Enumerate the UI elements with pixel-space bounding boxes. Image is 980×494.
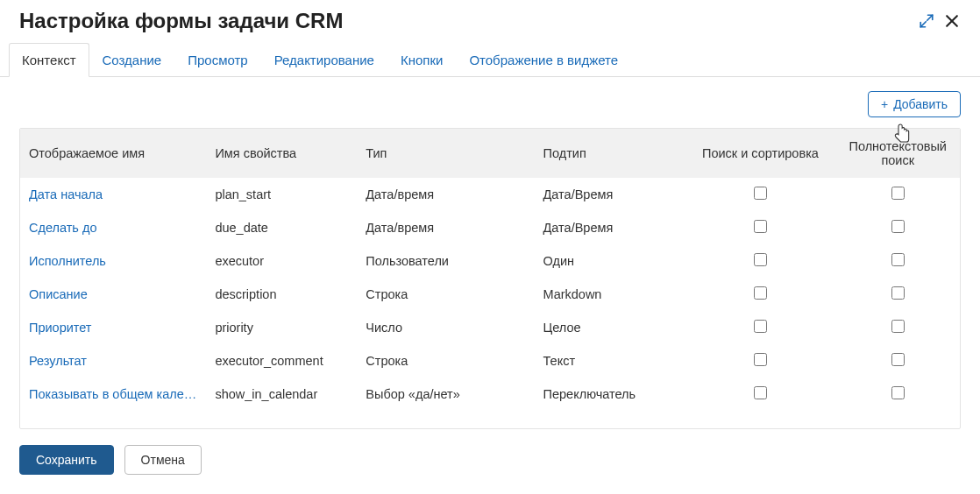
row-subtype: Один — [535, 244, 685, 278]
row-search-cell — [685, 178, 835, 211]
tab-1[interactable]: Создание — [89, 43, 175, 77]
table-row: Дата началаplan_startДата/времяДата/Врем… — [20, 178, 960, 211]
table-row: Результатexecutor_commentСтрокаТекст — [20, 344, 960, 378]
save-button[interactable]: Сохранить — [19, 445, 114, 475]
search-checkbox[interactable] — [754, 320, 767, 333]
fulltext-checkbox[interactable] — [891, 220, 905, 233]
row-display-name[interactable]: Дата начала — [20, 178, 206, 211]
search-checkbox[interactable] — [754, 220, 767, 233]
col-fulltext[interactable]: Полнотекстовый поиск — [835, 129, 960, 178]
search-checkbox[interactable] — [754, 253, 767, 266]
table-row: Сделать доdue_dateДата/времяДата/Время — [20, 211, 960, 244]
row-type: Дата/время — [357, 211, 534, 244]
modal-footer: Сохранить Отмена — [0, 429, 980, 494]
row-search-cell — [685, 211, 835, 244]
fields-table-wrap: Отображаемое имя Имя свойства Тип Подтип… — [19, 128, 961, 429]
col-search[interactable]: Поиск и сортировка — [685, 129, 835, 178]
row-type: Число — [357, 311, 534, 344]
tab-3[interactable]: Редактирование — [261, 43, 387, 77]
tabs: КонтекстСозданиеПросмотрРедактированиеКн… — [0, 33, 980, 77]
fulltext-checkbox[interactable] — [891, 253, 905, 266]
row-fulltext-cell — [835, 378, 960, 411]
row-property-name: priority — [206, 311, 357, 344]
close-icon[interactable] — [943, 12, 961, 30]
modal-header: Настройка формы задачи CRM — [0, 0, 980, 33]
tab-4[interactable]: Кнопки — [387, 43, 456, 77]
row-property-name: executor_comment — [206, 344, 357, 378]
row-display-name[interactable]: Приоритет — [20, 311, 206, 344]
cancel-button[interactable]: Отмена — [124, 445, 202, 475]
header-controls — [919, 12, 961, 30]
row-search-cell — [685, 244, 835, 278]
row-property-name: due_date — [206, 211, 357, 244]
row-search-cell — [685, 311, 835, 344]
row-property-name: description — [206, 278, 357, 311]
row-subtype: Целое — [535, 311, 685, 344]
table-row: ОписаниеdescriptionСтрокаMarkdown — [20, 278, 960, 311]
tab-2[interactable]: Просмотр — [174, 43, 261, 77]
table-row: ПриоритетpriorityЧислоЦелое — [20, 311, 960, 344]
row-property-name: plan_start — [206, 178, 357, 211]
row-display-name[interactable]: Исполнитель — [20, 244, 206, 278]
row-property-name: show_in_calendar — [206, 378, 357, 411]
tab-0[interactable]: Контекст — [9, 43, 89, 77]
content-toolbar: + Добавить — [19, 91, 961, 117]
search-checkbox[interactable] — [754, 353, 767, 366]
row-type: Строка — [357, 278, 534, 311]
search-checkbox[interactable] — [754, 187, 767, 200]
table-header-row: Отображаемое имя Имя свойства Тип Подтип… — [20, 129, 960, 178]
row-display-name[interactable]: Показывать в общем кален... — [20, 378, 206, 411]
row-display-name[interactable]: Описание — [20, 278, 206, 311]
fulltext-checkbox[interactable] — [891, 286, 905, 300]
fulltext-checkbox[interactable] — [891, 353, 905, 366]
search-checkbox[interactable] — [754, 286, 767, 300]
modal-title: Настройка формы задачи CRM — [19, 9, 343, 33]
row-type: Дата/время — [357, 178, 534, 211]
expand-icon[interactable] — [919, 13, 934, 29]
row-type: Пользователи — [357, 244, 534, 278]
add-button[interactable]: + Добавить — [868, 91, 961, 117]
row-subtype: Дата/Время — [535, 178, 685, 211]
fulltext-checkbox[interactable] — [891, 386, 905, 399]
row-search-cell — [685, 278, 835, 311]
fulltext-checkbox[interactable] — [891, 187, 905, 200]
tab-content: + Добавить Отображаемое имя Имя свойства… — [0, 77, 980, 429]
tab-5[interactable]: Отображение в виджете — [456, 43, 631, 77]
col-prop[interactable]: Имя свойства — [206, 129, 357, 178]
fields-table-scroll[interactable]: Отображаемое имя Имя свойства Тип Подтип… — [20, 129, 960, 428]
row-fulltext-cell — [835, 344, 960, 378]
row-type: Выбор «да/нет» — [357, 378, 534, 411]
row-type: Строка — [357, 344, 534, 378]
fields-table: Отображаемое имя Имя свойства Тип Подтип… — [20, 129, 960, 411]
row-search-cell — [685, 378, 835, 411]
row-subtype: Переключатель — [535, 378, 685, 411]
row-fulltext-cell — [835, 244, 960, 278]
row-display-name[interactable]: Результат — [20, 344, 206, 378]
add-button-label: Добавить — [893, 97, 948, 111]
row-property-name: executor — [206, 244, 357, 278]
row-display-name[interactable]: Сделать до — [20, 211, 206, 244]
row-fulltext-cell — [835, 211, 960, 244]
search-checkbox[interactable] — [754, 386, 767, 399]
fulltext-checkbox[interactable] — [891, 320, 905, 333]
row-subtype: Markdown — [535, 278, 685, 311]
col-type[interactable]: Тип — [357, 129, 534, 178]
row-subtype: Текст — [535, 344, 685, 378]
row-subtype: Дата/Время — [535, 211, 685, 244]
col-display[interactable]: Отображаемое имя — [20, 129, 206, 178]
table-row: ИсполнительexecutorПользователиОдин — [20, 244, 960, 278]
plus-icon: + — [881, 98, 888, 110]
row-fulltext-cell — [835, 278, 960, 311]
row-fulltext-cell — [835, 311, 960, 344]
row-fulltext-cell — [835, 178, 960, 211]
col-subtype[interactable]: Подтип — [535, 129, 685, 178]
settings-modal: Настройка формы задачи CRM КонтекстСозда… — [0, 0, 980, 494]
table-row: Показывать в общем кален...show_in_calen… — [20, 378, 960, 411]
row-search-cell — [685, 344, 835, 378]
